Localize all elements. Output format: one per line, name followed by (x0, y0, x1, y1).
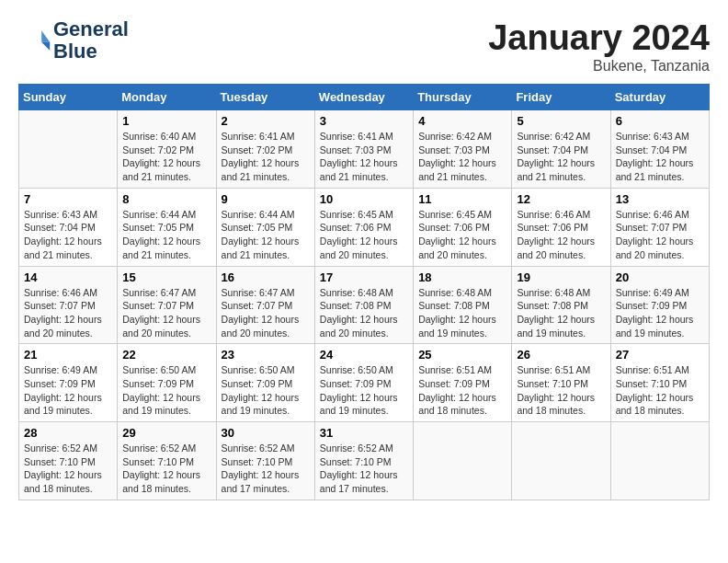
calendar-cell (19, 110, 118, 189)
day-info: Sunrise: 6:48 AMSunset: 7:08 PMDaylight:… (320, 286, 408, 340)
day-info: Sunrise: 6:42 AMSunset: 7:03 PMDaylight:… (418, 130, 506, 184)
day-number: 18 (418, 270, 506, 284)
calendar-cell: 22Sunrise: 6:50 AMSunset: 7:09 PMDayligh… (118, 344, 216, 422)
location: Bukene, Tanzania (488, 58, 710, 75)
day-info: Sunrise: 6:42 AMSunset: 7:04 PMDaylight:… (517, 130, 605, 184)
calendar-cell: 17Sunrise: 6:48 AMSunset: 7:08 PMDayligh… (314, 266, 413, 344)
day-info: Sunrise: 6:51 AMSunset: 7:10 PMDaylight:… (517, 363, 605, 418)
day-info: Sunrise: 6:46 AMSunset: 7:07 PMDaylight:… (616, 208, 704, 262)
day-info: Sunrise: 6:45 AMSunset: 7:06 PMDaylight:… (418, 208, 506, 262)
svg-marker-0 (41, 30, 50, 42)
month-title: January 2024 (488, 18, 710, 58)
day-info: Sunrise: 6:40 AMSunset: 7:02 PMDaylight:… (122, 130, 210, 184)
calendar-cell: 28Sunrise: 6:52 AMSunset: 7:10 PMDayligh… (19, 422, 118, 500)
day-number: 22 (122, 348, 210, 362)
calendar-cell: 13Sunrise: 6:46 AMSunset: 7:07 PMDayligh… (610, 188, 709, 266)
day-number: 10 (320, 192, 408, 206)
day-number: 9 (222, 192, 310, 206)
day-info: Sunrise: 6:49 AMSunset: 7:09 PMDaylight:… (24, 363, 112, 418)
day-number: 4 (418, 114, 506, 128)
day-number: 13 (616, 192, 704, 206)
week-row-2: 7Sunrise: 6:43 AMSunset: 7:04 PMDaylight… (19, 188, 710, 266)
day-number: 17 (320, 270, 408, 284)
day-info: Sunrise: 6:46 AMSunset: 7:07 PMDaylight:… (24, 286, 112, 340)
day-number: 31 (320, 426, 408, 440)
day-info: Sunrise: 6:48 AMSunset: 7:08 PMDaylight:… (418, 286, 506, 340)
calendar-cell: 16Sunrise: 6:47 AMSunset: 7:07 PMDayligh… (216, 266, 314, 344)
day-number: 26 (517, 348, 605, 362)
calendar-cell: 7Sunrise: 6:43 AMSunset: 7:04 PMDaylight… (19, 188, 118, 266)
calendar-cell: 24Sunrise: 6:50 AMSunset: 7:09 PMDayligh… (314, 344, 413, 422)
day-info: Sunrise: 6:50 AMSunset: 7:09 PMDaylight:… (320, 363, 408, 418)
calendar-cell: 8Sunrise: 6:44 AMSunset: 7:05 PMDaylight… (118, 188, 216, 266)
weekday-header-monday: Monday (118, 85, 216, 110)
day-number: 14 (24, 270, 112, 284)
weekday-header-row: SundayMondayTuesdayWednesdayThursdayFrid… (19, 85, 710, 110)
calendar-cell: 27Sunrise: 6:51 AMSunset: 7:10 PMDayligh… (610, 344, 709, 422)
day-info: Sunrise: 6:52 AMSunset: 7:10 PMDaylight:… (222, 442, 310, 496)
day-info: Sunrise: 6:43 AMSunset: 7:04 PMDaylight:… (616, 130, 704, 184)
calendar-table: SundayMondayTuesdayWednesdayThursdayFrid… (18, 84, 710, 500)
day-number: 3 (320, 114, 408, 128)
weekday-header-saturday: Saturday (610, 85, 709, 110)
svg-marker-1 (41, 42, 50, 51)
day-info: Sunrise: 6:51 AMSunset: 7:10 PMDaylight:… (616, 363, 704, 418)
logo-text: General Blue (53, 18, 129, 63)
day-number: 27 (616, 348, 704, 362)
day-info: Sunrise: 6:44 AMSunset: 7:05 PMDaylight:… (122, 208, 210, 262)
calendar-cell: 26Sunrise: 6:51 AMSunset: 7:10 PMDayligh… (512, 344, 610, 422)
day-number: 19 (517, 270, 605, 284)
weekday-header-wednesday: Wednesday (314, 85, 413, 110)
calendar-cell: 6Sunrise: 6:43 AMSunset: 7:04 PMDaylight… (610, 110, 709, 189)
day-info: Sunrise: 6:41 AMSunset: 7:03 PMDaylight:… (320, 130, 408, 184)
day-info: Sunrise: 6:46 AMSunset: 7:06 PMDaylight:… (517, 208, 605, 262)
day-info: Sunrise: 6:41 AMSunset: 7:02 PMDaylight:… (222, 130, 310, 184)
calendar-cell: 3Sunrise: 6:41 AMSunset: 7:03 PMDaylight… (314, 110, 413, 189)
calendar-cell: 30Sunrise: 6:52 AMSunset: 7:10 PMDayligh… (216, 422, 314, 500)
weekday-header-friday: Friday (512, 85, 610, 110)
week-row-4: 21Sunrise: 6:49 AMSunset: 7:09 PMDayligh… (19, 344, 710, 422)
calendar-cell: 10Sunrise: 6:45 AMSunset: 7:06 PMDayligh… (314, 188, 413, 266)
calendar-cell: 15Sunrise: 6:47 AMSunset: 7:07 PMDayligh… (118, 266, 216, 344)
day-info: Sunrise: 6:51 AMSunset: 7:09 PMDaylight:… (418, 363, 506, 418)
calendar-cell: 1Sunrise: 6:40 AMSunset: 7:02 PMDaylight… (118, 110, 216, 189)
day-number: 21 (24, 348, 112, 362)
page-header: General Blue January 2024 Bukene, Tanzan… (18, 18, 710, 75)
weekday-header-tuesday: Tuesday (216, 85, 314, 110)
calendar-cell: 18Sunrise: 6:48 AMSunset: 7:08 PMDayligh… (414, 266, 512, 344)
day-info: Sunrise: 6:43 AMSunset: 7:04 PMDaylight:… (24, 208, 112, 262)
logo: General Blue (18, 18, 129, 63)
calendar-cell: 4Sunrise: 6:42 AMSunset: 7:03 PMDaylight… (414, 110, 512, 189)
day-number: 11 (418, 192, 506, 206)
week-row-3: 14Sunrise: 6:46 AMSunset: 7:07 PMDayligh… (19, 266, 710, 344)
calendar-cell: 14Sunrise: 6:46 AMSunset: 7:07 PMDayligh… (19, 266, 118, 344)
calendar-cell: 31Sunrise: 6:52 AMSunset: 7:10 PMDayligh… (314, 422, 413, 500)
calendar-cell: 23Sunrise: 6:50 AMSunset: 7:09 PMDayligh… (216, 344, 314, 422)
day-number: 28 (24, 426, 112, 440)
week-row-5: 28Sunrise: 6:52 AMSunset: 7:10 PMDayligh… (19, 422, 710, 500)
calendar-cell (414, 422, 512, 500)
day-number: 16 (222, 270, 310, 284)
calendar-cell: 19Sunrise: 6:48 AMSunset: 7:08 PMDayligh… (512, 266, 610, 344)
logo-icon (18, 24, 51, 57)
calendar-cell: 25Sunrise: 6:51 AMSunset: 7:09 PMDayligh… (414, 344, 512, 422)
day-number: 29 (122, 426, 210, 440)
day-info: Sunrise: 6:47 AMSunset: 7:07 PMDaylight:… (222, 286, 310, 340)
day-info: Sunrise: 6:52 AMSunset: 7:10 PMDaylight:… (320, 442, 408, 496)
day-number: 2 (222, 114, 310, 128)
day-number: 12 (517, 192, 605, 206)
day-info: Sunrise: 6:50 AMSunset: 7:09 PMDaylight:… (222, 363, 310, 418)
day-number: 6 (616, 114, 704, 128)
day-number: 30 (222, 426, 310, 440)
day-info: Sunrise: 6:47 AMSunset: 7:07 PMDaylight:… (122, 286, 210, 340)
day-number: 23 (222, 348, 310, 362)
day-info: Sunrise: 6:45 AMSunset: 7:06 PMDaylight:… (320, 208, 408, 262)
calendar-cell: 12Sunrise: 6:46 AMSunset: 7:06 PMDayligh… (512, 188, 610, 266)
calendar-cell: 11Sunrise: 6:45 AMSunset: 7:06 PMDayligh… (414, 188, 512, 266)
calendar-cell: 20Sunrise: 6:49 AMSunset: 7:09 PMDayligh… (610, 266, 709, 344)
calendar-cell: 21Sunrise: 6:49 AMSunset: 7:09 PMDayligh… (19, 344, 118, 422)
weekday-header-thursday: Thursday (414, 85, 512, 110)
calendar-cell: 29Sunrise: 6:52 AMSunset: 7:10 PMDayligh… (118, 422, 216, 500)
calendar-cell: 9Sunrise: 6:44 AMSunset: 7:05 PMDaylight… (216, 188, 314, 266)
calendar-cell: 2Sunrise: 6:41 AMSunset: 7:02 PMDaylight… (216, 110, 314, 189)
